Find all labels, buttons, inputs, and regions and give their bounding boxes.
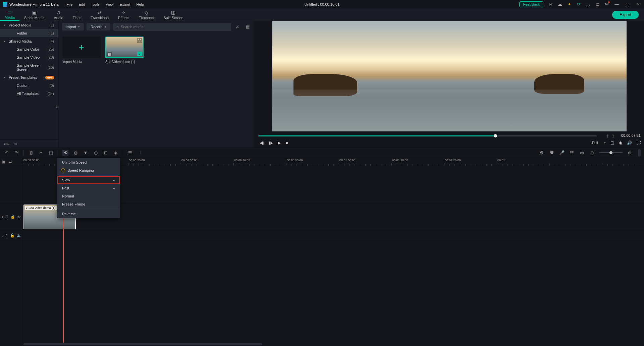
import-dropdown[interactable]: Import: [62, 23, 84, 31]
keyframe-button[interactable]: ◈: [113, 150, 119, 156]
snapshot-icon[interactable]: ◉: [619, 140, 622, 145]
menu-reverse[interactable]: Reverse: [57, 210, 120, 218]
volume-icon[interactable]: 🔊: [627, 140, 632, 145]
fullscreen-icon[interactable]: ⛶: [637, 140, 641, 145]
redo-button[interactable]: ↷: [13, 150, 19, 156]
expand-icon[interactable]: ⛶: [137, 38, 142, 43]
idea-icon[interactable]: ✦: [567, 2, 572, 7]
cloud-icon[interactable]: ☁: [557, 2, 562, 7]
support-icon[interactable]: ⟳: [576, 2, 581, 7]
crop-button[interactable]: ⬚: [48, 150, 54, 156]
menu-file[interactable]: File: [67, 2, 73, 6]
maximize-button[interactable]: ▢: [625, 2, 631, 7]
speed-button[interactable]: ⟲: [62, 150, 68, 156]
vertical-scrollbar[interactable]: [638, 149, 641, 157]
scrubber-knob[interactable]: [494, 134, 497, 137]
tab-media[interactable]: ▭Media: [0, 8, 19, 21]
sidebar-item[interactable]: Folder(1): [0, 29, 58, 37]
tab-elements[interactable]: ◇Elements: [134, 8, 159, 21]
mark-in-icon[interactable]: {: [607, 133, 608, 138]
menu-normal[interactable]: Normal: [57, 192, 120, 200]
timeline-scrollbar[interactable]: [0, 343, 644, 346]
menu-slow[interactable]: Slow▸: [57, 176, 120, 184]
menu-view[interactable]: View: [106, 2, 114, 6]
menu-uniform-speed[interactable]: Uniform Speed: [57, 158, 120, 166]
tab-titles[interactable]: TTitles: [68, 8, 86, 21]
duration-button[interactable]: ◷: [93, 150, 99, 156]
open-folder-icon[interactable]: ▭: [13, 141, 19, 146]
tab-audio[interactable]: ♫Audio: [49, 8, 68, 21]
mic-icon[interactable]: 🎤: [559, 150, 565, 156]
color-button[interactable]: ◍: [72, 150, 78, 156]
visibility-icon[interactable]: 👁: [17, 215, 21, 219]
green-screen-button[interactable]: ▼: [83, 150, 89, 156]
tab-stock-media[interactable]: ▣Stock Media: [19, 8, 49, 21]
import-media-tile[interactable]: + Import Media: [62, 37, 101, 64]
adjust-button[interactable]: ☰: [127, 150, 133, 156]
preview-scrubber[interactable]: { } 00:00:07:21: [258, 133, 641, 138]
menu-tools[interactable]: Tools: [91, 2, 100, 6]
stop-button[interactable]: ■: [285, 140, 288, 145]
audio-wave-button[interactable]: ⦀: [137, 150, 143, 156]
menu-freeze-frame[interactable]: Freeze Frame: [57, 200, 120, 208]
preview-viewport[interactable]: [272, 21, 627, 131]
sidebar-item[interactable]: Sample Green Screen(10): [0, 61, 58, 73]
sidebar-item[interactable]: ▾Project Media(1): [0, 21, 58, 29]
media-clip-tile[interactable]: ⛶ ▦ ✓ Sea Video demo (1): [105, 37, 144, 64]
menu-edit[interactable]: Edit: [78, 2, 85, 6]
motion-button[interactable]: ⊡: [103, 150, 109, 156]
new-project-icon[interactable]: ⎘: [548, 2, 553, 7]
menu-fast[interactable]: Fast▸: [57, 184, 120, 192]
mute-icon[interactable]: 🔈: [17, 233, 21, 238]
undo-button[interactable]: ↶: [3, 150, 9, 156]
sidebar-item[interactable]: ▸Shared Media(4): [0, 37, 58, 45]
account-icon[interactable]: ◡: [586, 2, 590, 7]
delete-button[interactable]: 🗑: [28, 150, 34, 156]
menu-help[interactable]: Help: [136, 2, 144, 6]
quality-dropdown[interactable]: Full: [592, 141, 606, 145]
mixer-icon[interactable]: ☷: [569, 150, 575, 156]
tab-transitions[interactable]: ⇄Transitions: [86, 8, 113, 21]
zoom-knob[interactable]: [609, 151, 612, 154]
sidebar-item[interactable]: Custom(0): [0, 81, 58, 90]
split-button[interactable]: ✂: [38, 150, 44, 156]
settings-icon[interactable]: ⚙: [539, 150, 545, 156]
display-icon[interactable]: ▢: [610, 140, 614, 145]
sidebar-collapse-icon[interactable]: ◂: [56, 105, 58, 110]
menu-speed-ramping[interactable]: Speed Ramping: [57, 166, 120, 174]
tab-effects[interactable]: ✧Effects: [113, 8, 134, 21]
search-input[interactable]: [121, 25, 228, 29]
export-button[interactable]: Export: [612, 11, 639, 19]
minimize-button[interactable]: —: [614, 2, 620, 7]
sidebar-item[interactable]: All Templates(24): [0, 90, 58, 98]
tab-split-screen[interactable]: ▥Split Screen: [159, 8, 188, 21]
grid-view-icon[interactable]: ▦: [244, 23, 251, 31]
play-button[interactable]: ▶: [278, 140, 281, 145]
prev-frame-button[interactable]: ◂▮: [260, 140, 264, 145]
next-frame-button[interactable]: ▮▸: [269, 140, 273, 145]
save-icon[interactable]: ▤: [595, 2, 600, 7]
ripple-icon[interactable]: ▣: [2, 160, 5, 164]
zoom-slider[interactable]: [599, 152, 623, 153]
search-field[interactable]: ⌕: [113, 23, 231, 31]
lock-icon[interactable]: 🔓: [10, 233, 15, 238]
close-button[interactable]: ✕: [635, 2, 641, 7]
feedback-button[interactable]: FeedBack: [519, 1, 543, 7]
audio-track[interactable]: [23, 230, 644, 241]
new-folder-icon[interactable]: ▭₊: [4, 141, 9, 146]
shield-icon[interactable]: ⛊: [549, 150, 555, 156]
mark-out-icon[interactable]: }: [612, 133, 614, 138]
scrollbar-thumb[interactable]: [23, 343, 262, 345]
lock-icon[interactable]: 🔓: [10, 215, 15, 219]
zoom-in-icon[interactable]: ⊕: [627, 150, 633, 156]
menu-export[interactable]: Export: [120, 2, 130, 6]
record-dropdown[interactable]: Record: [87, 23, 110, 31]
sidebar-item[interactable]: Sample Video(20): [0, 53, 58, 61]
snap-icon[interactable]: ⇄: [9, 160, 12, 164]
marker-icon[interactable]: ▭: [579, 150, 585, 156]
sidebar-item[interactable]: ▾Preset TemplatesNew: [0, 73, 58, 81]
zoom-out-icon[interactable]: ⊖: [589, 150, 595, 156]
filter-icon[interactable]: ⫝̸: [234, 23, 241, 31]
sidebar-item[interactable]: Sample Color(25): [0, 45, 58, 53]
mail-icon[interactable]: ✉: [604, 2, 609, 7]
